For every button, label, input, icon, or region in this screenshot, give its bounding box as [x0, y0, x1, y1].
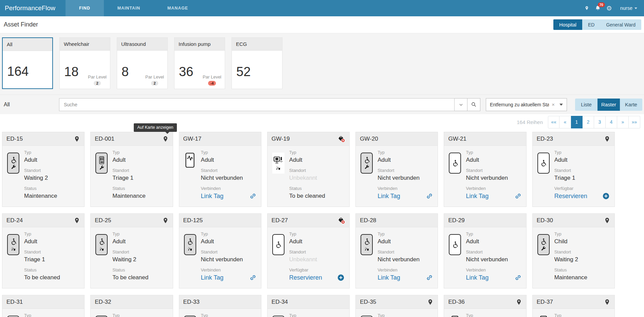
field-label: Standort [112, 168, 168, 173]
field-group: StandortUnbekannt [289, 168, 345, 182]
wheelchair-cleaning-icon [95, 234, 108, 255]
clear-sort-icon[interactable]: × [552, 102, 555, 107]
field-value: Adult [201, 156, 256, 164]
tag-disconnected-icon[interactable] [338, 135, 345, 143]
asset-card-header: ED-36 [444, 295, 526, 309]
asset-card-header: ED-125 [179, 214, 261, 227]
asset-card-body: TypAdultStandortNicht verbundenVerbinden… [179, 227, 261, 288]
asset-id: ED-25 [95, 217, 111, 224]
link-tag-icon[interactable] [426, 193, 433, 199]
location-pin-icon[interactable] [74, 135, 80, 143]
tag-disconnected-icon[interactable] [338, 217, 345, 224]
field-group: StandortNicht verbunden [466, 249, 521, 263]
location-pin-icon[interactable] [162, 217, 169, 224]
link-tag-icon[interactable] [250, 193, 256, 199]
pagination-row: 164 Reihen «««1234»»» [0, 114, 644, 130]
reserve-plus-icon[interactable] [602, 192, 610, 200]
asset-card: ED-001Auf Karte anzeigenTypAdultStandort… [90, 132, 173, 207]
page-button-4[interactable]: 4 [606, 116, 617, 128]
par-level: Par Level2 [88, 74, 107, 86]
field-label: Standort [201, 249, 256, 254]
link-tag-icon[interactable] [515, 274, 521, 281]
link-tag-icon[interactable] [515, 193, 521, 199]
asset-fields: TypChild [289, 313, 345, 317]
field-label: Status [112, 186, 168, 191]
filter-card-all[interactable]: All164 [2, 37, 53, 89]
location-pin-icon[interactable] [604, 135, 610, 143]
field-group: TypChild [378, 313, 433, 317]
location-pin-icon[interactable] [604, 298, 610, 306]
equipment-icon-column [7, 150, 24, 204]
user-label: nurse [620, 5, 632, 11]
gear-icon[interactable]: ⚙ [606, 4, 612, 12]
user-menu[interactable]: nurse [620, 5, 637, 11]
field-group: TypAdult [378, 150, 433, 164]
page-button-«[interactable]: « [559, 116, 571, 128]
asset-fields: TypAdultStandortNicht verbundenVerbinden… [466, 231, 521, 285]
link-tag-icon[interactable] [250, 274, 256, 281]
reserve-action[interactable]: Reservieren [554, 192, 587, 200]
scope-button-general-ward[interactable]: General Ward [600, 19, 641, 30]
link-tag-icon[interactable] [426, 274, 433, 281]
field-group: TypChild [289, 313, 345, 317]
search-button[interactable] [467, 98, 480, 111]
reserve-action[interactable]: Reservieren [289, 274, 322, 281]
field-value: Child [554, 238, 610, 245]
filter-card-ecg[interactable]: ECG52 [232, 37, 282, 89]
page-button-1[interactable]: 1 [571, 116, 583, 128]
pagination: «««1234»»» [548, 116, 640, 128]
asset-id: ED-34 [272, 299, 288, 305]
nav-tab-maintain[interactable]: MAINTAIN [104, 0, 154, 16]
link-tag-action[interactable]: Link Tag [201, 274, 224, 281]
field-group: TypChild [466, 313, 521, 317]
par-level-label: Par Level [145, 74, 164, 80]
page-button-3[interactable]: 3 [594, 116, 606, 128]
field-label: Typ [24, 150, 79, 155]
view-button-karte[interactable]: Karte [620, 99, 642, 111]
link-tag-action[interactable]: Link Tag [466, 192, 489, 200]
asset-id: ED-27 [272, 217, 288, 224]
location-pin-icon[interactable] [427, 298, 434, 306]
location-pin-icon[interactable] [516, 298, 522, 306]
bell-icon[interactable]: 70 [595, 5, 601, 11]
page-button-»[interactable]: » [617, 116, 629, 128]
equipment-icon-column [449, 150, 466, 204]
scope-button-ed[interactable]: ED [582, 19, 600, 30]
wheelchair-maintenance-icon [537, 234, 550, 255]
filter-card-ultrasound[interactable]: Ultrasound8Par Level2 [117, 37, 168, 89]
scope-button-hospital[interactable]: Hospital [553, 19, 582, 30]
location-pin-icon[interactable] [74, 217, 80, 224]
row-count-label: 164 Reihen [517, 119, 543, 125]
nav-tab-find[interactable]: FIND [66, 0, 104, 16]
page-button-««[interactable]: «« [548, 116, 559, 128]
location-pin-icon[interactable] [604, 217, 610, 224]
asset-card-header: ED-15 [2, 132, 84, 146]
field-group: StandortWaiting 2 [24, 168, 79, 182]
view-button-raster[interactable]: Raster [597, 99, 620, 111]
equipment-icon-column [95, 231, 112, 285]
link-tag-action[interactable]: Link Tag [378, 274, 400, 281]
page-button-»»[interactable]: »» [629, 116, 640, 128]
location-pin-icon[interactable] [162, 135, 169, 143]
nav-tab-manage[interactable]: MANAGE [154, 0, 202, 16]
asset-card-header: ED-001 [91, 132, 172, 146]
sort-select[interactable]: Entfernung zu aktuellem Stand... × [486, 98, 567, 111]
filter-card-infusion-pump[interactable]: Infusion pump36Par Level-4 [174, 37, 225, 89]
search-input[interactable] [59, 98, 455, 111]
view-button-liste[interactable]: Liste [575, 99, 597, 111]
asset-fields: TypChild [554, 313, 610, 317]
link-tag-action[interactable]: Link Tag [466, 274, 489, 281]
equipment-icon-column [361, 150, 378, 204]
asset-card-body: TypChild [179, 309, 261, 317]
link-tag-action[interactable]: Link Tag [201, 192, 224, 200]
filter-card-wheelchair[interactable]: Wheelchair18Par Level2 [59, 37, 110, 89]
asset-id: ED-29 [448, 217, 464, 224]
asset-id: ED-125 [183, 217, 203, 224]
location-pin-icon[interactable] [584, 5, 589, 12]
asset-fields: TypAdultStandortUnbekanntStatusTo be cle… [289, 150, 345, 204]
search-options-button[interactable] [455, 98, 467, 111]
link-tag-action[interactable]: Link Tag [378, 192, 400, 200]
page-button-2[interactable]: 2 [583, 116, 594, 128]
reserve-plus-icon[interactable] [337, 274, 345, 281]
asset-fields: TypAdultStandortTriage 1VerfügbarReservi… [554, 150, 610, 204]
